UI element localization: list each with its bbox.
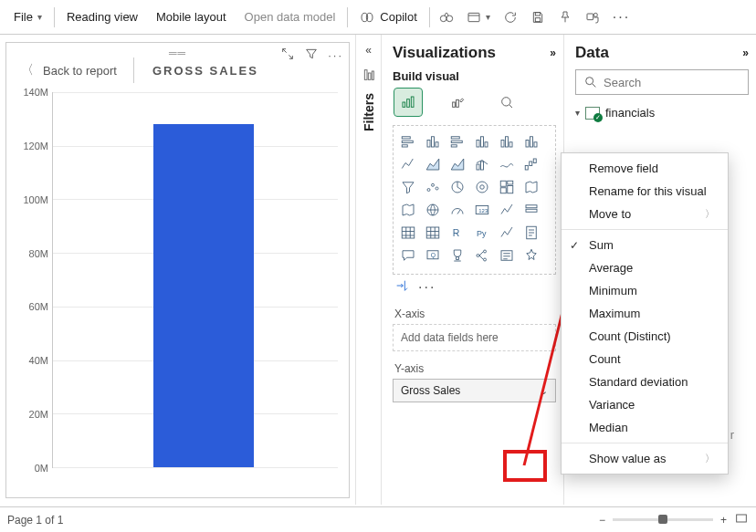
zoom-slider[interactable]: [613, 518, 713, 521]
viz-type-card[interactable]: 123: [471, 200, 493, 220]
zoom-in-icon[interactable]: +: [720, 514, 727, 527]
viz-type-map[interactable]: [520, 177, 542, 197]
menu-show-value-as[interactable]: Show value as 〉: [562, 447, 728, 470]
viz-type-combo[interactable]: [471, 154, 493, 174]
viz-type-matrix[interactable]: [422, 223, 444, 243]
viz-type-bars-h[interactable]: [397, 131, 419, 151]
menu-count[interactable]: Count: [562, 348, 728, 370]
gridline: [53, 92, 338, 93]
more-options-icon[interactable]: ···: [328, 48, 343, 62]
menu-median[interactable]: Median: [562, 416, 728, 439]
zoom-out-icon[interactable]: −: [599, 514, 605, 527]
viz-type-trophy[interactable]: [446, 245, 468, 266]
viz-type-area-stack[interactable]: [446, 154, 468, 174]
search-input[interactable]: Search: [575, 69, 749, 95]
viz-type-slicer[interactable]: [520, 200, 542, 220]
layout-button[interactable]: ▾: [461, 0, 496, 34]
copilot-button[interactable]: Copilot: [352, 0, 425, 34]
viz-type-qna[interactable]: Q: [422, 245, 444, 266]
menu-rename[interactable]: Rename for this visual: [562, 180, 728, 203]
viz-type-line[interactable]: [397, 154, 419, 174]
reading-view-button[interactable]: Reading view: [58, 0, 146, 34]
bar[interactable]: [153, 124, 254, 467]
viz-type-globe[interactable]: [422, 200, 444, 220]
expand-filters-icon[interactable]: «: [365, 44, 372, 57]
svg-point-17: [502, 98, 510, 106]
xaxis-well[interactable]: Add data fields here: [393, 324, 556, 351]
viz-type-ai[interactable]: [520, 245, 542, 266]
viz-type-ribbon[interactable]: [496, 154, 518, 174]
yaxis-field-pill[interactable]: Gross Sales ⌄: [393, 379, 556, 402]
viz-type-decomp[interactable]: [471, 245, 493, 266]
filters-label[interactable]: Filters: [362, 93, 376, 131]
file-menu[interactable]: File ▾: [5, 0, 50, 34]
viz-type-kpi[interactable]: [496, 200, 518, 220]
menu-stddev[interactable]: Standard deviation: [562, 370, 728, 393]
more-button[interactable]: ···: [607, 0, 635, 34]
save-button[interactable]: [525, 0, 551, 34]
viz-type-bars-v-stack[interactable]: [496, 131, 518, 151]
filter-icon[interactable]: [304, 47, 319, 64]
viz-type-chat[interactable]: [397, 245, 419, 266]
teams-button[interactable]: [580, 0, 605, 34]
viz-type-bars-v-stack[interactable]: [520, 131, 542, 151]
svg-rect-39: [530, 162, 532, 166]
collapse-data-icon[interactable]: »: [742, 47, 749, 59]
viz-type-area[interactable]: [422, 154, 444, 174]
viz-type-narrative[interactable]: [496, 245, 518, 266]
pin-button[interactable]: [552, 0, 578, 34]
svg-rect-57: [426, 227, 439, 238]
viz-type-tree[interactable]: [496, 177, 518, 197]
viz-type-donut[interactable]: [471, 177, 493, 197]
menu-maximum[interactable]: Maximum: [562, 302, 728, 325]
format-visual-tab[interactable]: [444, 89, 471, 116]
refresh-button[interactable]: [498, 0, 523, 34]
viz-type-gauge[interactable]: [446, 200, 468, 220]
svg-point-64: [484, 250, 487, 253]
visual-card[interactable]: ══ ··· 〈 Back to report GROSS SALES: [5, 42, 350, 498]
analytics-tab[interactable]: [493, 89, 520, 116]
svg-text:Py: Py: [477, 229, 487, 238]
y-tick-label: 80M: [8, 248, 48, 259]
binoculars-button[interactable]: [434, 0, 459, 34]
zoom-control[interactable]: − +: [599, 511, 749, 528]
menu-count-distinct-label: Count (Distinct): [589, 329, 671, 343]
collapse-viz-icon[interactable]: »: [550, 47, 556, 59]
viz-type-bars-h-stack[interactable]: [446, 131, 468, 151]
viz-type-rscript[interactable]: R: [446, 223, 468, 243]
viz-type-bars-v-100[interactable]: [471, 131, 493, 151]
viz-type-python[interactable]: Py: [471, 223, 493, 243]
file-label: File: [14, 10, 33, 24]
viz-type-kpi2[interactable]: [496, 223, 518, 243]
viz-type-funnel[interactable]: [397, 177, 419, 197]
viz-type-bars-v[interactable]: [422, 131, 444, 151]
menu-variance[interactable]: Variance: [562, 393, 728, 416]
menu-count-distinct[interactable]: Count (Distinct): [562, 325, 728, 348]
filters-icon[interactable]: [362, 68, 376, 82]
menu-minimum[interactable]: Minimum: [562, 279, 728, 302]
build-visual-tab[interactable]: [394, 89, 422, 116]
fit-page-icon[interactable]: [734, 511, 749, 528]
menu-move-to[interactable]: Move to 〉: [562, 203, 728, 225]
more-visuals-icon[interactable]: [394, 278, 409, 297]
viz-type-paginated[interactable]: [520, 223, 542, 243]
menu-stddev-label: Standard deviation: [589, 375, 688, 389]
back-to-report-button[interactable]: 〈 Back to report: [21, 62, 133, 78]
svg-point-67: [586, 78, 593, 85]
menu-remove-field[interactable]: Remove field: [562, 157, 728, 180]
viz-type-filled-map[interactable]: [397, 200, 419, 220]
svg-point-3: [446, 16, 453, 22]
svg-rect-26: [451, 145, 457, 147]
viz-type-table[interactable]: [397, 223, 419, 243]
menu-average[interactable]: Average: [562, 256, 728, 279]
viz-type-pie[interactable]: [446, 177, 468, 197]
focus-mode-icon[interactable]: [280, 47, 295, 64]
drag-handle-icon[interactable]: ══: [169, 47, 186, 59]
table-financials[interactable]: ▾ ✓ financials: [575, 104, 749, 121]
mobile-layout-button[interactable]: Mobile layout: [148, 0, 235, 34]
viz-type-scatter[interactable]: [422, 177, 444, 197]
more-icon[interactable]: ···: [418, 279, 436, 296]
viz-type-waterfall[interactable]: [520, 154, 542, 174]
chevron-down-icon[interactable]: ⌄: [540, 385, 548, 397]
menu-sum[interactable]: ✓ Sum: [562, 234, 728, 256]
